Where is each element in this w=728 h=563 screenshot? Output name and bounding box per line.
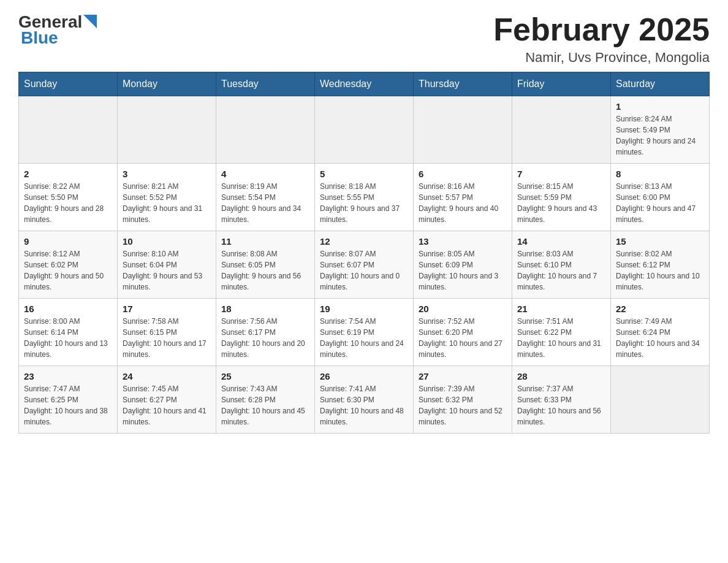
location-subtitle: Namir, Uvs Province, Mongolia	[493, 50, 710, 66]
day-number: 2	[24, 169, 112, 179]
calendar-cell: 4Sunrise: 8:19 AMSunset: 5:54 PMDaylight…	[216, 164, 315, 231]
calendar-cell: 14Sunrise: 8:03 AMSunset: 6:10 PMDayligh…	[512, 231, 611, 299]
calendar-table: SundayMondayTuesdayWednesdayThursdayFrid…	[18, 72, 710, 434]
day-info: Sunrise: 8:16 AMSunset: 5:57 PMDaylight:…	[419, 181, 507, 225]
month-title: February 2025	[493, 12, 710, 47]
calendar-week-row: 9Sunrise: 8:12 AMSunset: 6:02 PMDaylight…	[19, 231, 710, 299]
day-info: Sunrise: 7:52 AMSunset: 6:20 PMDaylight:…	[419, 316, 507, 360]
day-number: 16	[24, 304, 112, 314]
day-number: 23	[24, 371, 112, 381]
day-info: Sunrise: 7:43 AMSunset: 6:28 PMDaylight:…	[221, 383, 309, 427]
calendar-cell: 25Sunrise: 7:43 AMSunset: 6:28 PMDayligh…	[216, 366, 315, 434]
weekday-header-wednesday: Wednesday	[315, 72, 414, 96]
day-number: 12	[320, 236, 408, 247]
weekday-header-friday: Friday	[512, 72, 611, 96]
day-number: 21	[517, 304, 605, 314]
day-number: 17	[123, 304, 211, 314]
calendar-week-row: 1Sunrise: 8:24 AMSunset: 5:49 PMDaylight…	[19, 96, 710, 164]
calendar-cell: 20Sunrise: 7:52 AMSunset: 6:20 PMDayligh…	[414, 299, 512, 366]
day-info: Sunrise: 8:19 AMSunset: 5:54 PMDaylight:…	[221, 181, 309, 225]
logo-arrow-icon	[83, 15, 97, 28]
day-info: Sunrise: 7:39 AMSunset: 6:32 PMDaylight:…	[419, 383, 507, 427]
day-number: 15	[616, 236, 704, 247]
calendar-cell	[611, 366, 710, 434]
day-info: Sunrise: 8:24 AMSunset: 5:49 PMDaylight:…	[616, 113, 704, 158]
calendar-cell: 2Sunrise: 8:22 AMSunset: 5:50 PMDaylight…	[19, 164, 118, 231]
day-number: 19	[320, 304, 408, 314]
day-info: Sunrise: 7:54 AMSunset: 6:19 PMDaylight:…	[320, 316, 408, 360]
calendar-cell: 16Sunrise: 8:00 AMSunset: 6:14 PMDayligh…	[19, 299, 118, 366]
day-number: 9	[24, 236, 112, 247]
calendar-cell: 8Sunrise: 8:13 AMSunset: 6:00 PMDaylight…	[611, 164, 710, 231]
calendar-week-row: 16Sunrise: 8:00 AMSunset: 6:14 PMDayligh…	[19, 299, 710, 366]
day-info: Sunrise: 8:21 AMSunset: 5:52 PMDaylight:…	[123, 181, 211, 225]
logo-blue-text: Blue	[18, 28, 58, 48]
calendar-cell	[414, 96, 512, 164]
day-info: Sunrise: 7:37 AMSunset: 6:33 PMDaylight:…	[517, 383, 605, 427]
day-info: Sunrise: 8:18 AMSunset: 5:55 PMDaylight:…	[320, 181, 408, 225]
day-info: Sunrise: 7:58 AMSunset: 6:15 PMDaylight:…	[123, 316, 211, 360]
calendar-cell	[19, 96, 118, 164]
calendar-cell: 5Sunrise: 8:18 AMSunset: 5:55 PMDaylight…	[315, 164, 414, 231]
day-number: 22	[616, 304, 704, 314]
day-number: 7	[517, 169, 605, 179]
calendar-cell: 18Sunrise: 7:56 AMSunset: 6:17 PMDayligh…	[216, 299, 315, 366]
calendar-cell: 12Sunrise: 8:07 AMSunset: 6:07 PMDayligh…	[315, 231, 414, 299]
day-info: Sunrise: 8:05 AMSunset: 6:09 PMDaylight:…	[419, 248, 507, 293]
calendar-cell: 21Sunrise: 7:51 AMSunset: 6:22 PMDayligh…	[512, 299, 611, 366]
calendar-cell: 22Sunrise: 7:49 AMSunset: 6:24 PMDayligh…	[611, 299, 710, 366]
day-info: Sunrise: 7:41 AMSunset: 6:30 PMDaylight:…	[320, 383, 408, 427]
day-number: 27	[419, 371, 507, 381]
day-number: 26	[320, 371, 408, 381]
day-info: Sunrise: 8:07 AMSunset: 6:07 PMDaylight:…	[320, 248, 408, 293]
logo: General Blue	[18, 12, 97, 48]
day-info: Sunrise: 8:08 AMSunset: 6:05 PMDaylight:…	[221, 248, 309, 293]
day-info: Sunrise: 8:03 AMSunset: 6:10 PMDaylight:…	[517, 248, 605, 293]
calendar-cell	[512, 96, 611, 164]
day-number: 3	[123, 169, 211, 179]
day-number: 5	[320, 169, 408, 179]
day-number: 18	[221, 304, 309, 314]
calendar-week-row: 23Sunrise: 7:47 AMSunset: 6:25 PMDayligh…	[19, 366, 710, 434]
day-info: Sunrise: 8:10 AMSunset: 6:04 PMDaylight:…	[123, 248, 211, 293]
svg-marker-0	[83, 15, 97, 28]
calendar-cell: 17Sunrise: 7:58 AMSunset: 6:15 PMDayligh…	[118, 299, 216, 366]
day-info: Sunrise: 8:13 AMSunset: 6:00 PMDaylight:…	[616, 181, 704, 225]
calendar-cell: 6Sunrise: 8:16 AMSunset: 5:57 PMDaylight…	[414, 164, 512, 231]
day-number: 8	[616, 169, 704, 179]
weekday-header-tuesday: Tuesday	[216, 72, 315, 96]
day-number: 1	[616, 101, 704, 112]
day-number: 6	[419, 169, 507, 179]
page-header: General Blue February 2025 Namir, Uvs Pr…	[18, 12, 710, 66]
day-info: Sunrise: 8:02 AMSunset: 6:12 PMDaylight:…	[616, 248, 704, 293]
calendar-cell	[118, 96, 216, 164]
day-number: 28	[517, 371, 605, 381]
day-number: 11	[221, 236, 309, 247]
calendar-cell: 11Sunrise: 8:08 AMSunset: 6:05 PMDayligh…	[216, 231, 315, 299]
day-info: Sunrise: 8:12 AMSunset: 6:02 PMDaylight:…	[24, 248, 112, 293]
weekday-header-monday: Monday	[118, 72, 216, 96]
day-number: 4	[221, 169, 309, 179]
calendar-cell: 15Sunrise: 8:02 AMSunset: 6:12 PMDayligh…	[611, 231, 710, 299]
calendar-cell: 13Sunrise: 8:05 AMSunset: 6:09 PMDayligh…	[414, 231, 512, 299]
day-info: Sunrise: 7:47 AMSunset: 6:25 PMDaylight:…	[24, 383, 112, 427]
calendar-cell: 26Sunrise: 7:41 AMSunset: 6:30 PMDayligh…	[315, 366, 414, 434]
calendar-cell: 7Sunrise: 8:15 AMSunset: 5:59 PMDaylight…	[512, 164, 611, 231]
day-info: Sunrise: 8:00 AMSunset: 6:14 PMDaylight:…	[24, 316, 112, 360]
day-number: 24	[123, 371, 211, 381]
weekday-header-sunday: Sunday	[19, 72, 118, 96]
day-info: Sunrise: 7:51 AMSunset: 6:22 PMDaylight:…	[517, 316, 605, 360]
day-info: Sunrise: 7:49 AMSunset: 6:24 PMDaylight:…	[616, 316, 704, 360]
calendar-cell: 28Sunrise: 7:37 AMSunset: 6:33 PMDayligh…	[512, 366, 611, 434]
calendar-cell: 1Sunrise: 8:24 AMSunset: 5:49 PMDaylight…	[611, 96, 710, 164]
calendar-cell	[216, 96, 315, 164]
day-info: Sunrise: 8:15 AMSunset: 5:59 PMDaylight:…	[517, 181, 605, 225]
calendar-cell: 10Sunrise: 8:10 AMSunset: 6:04 PMDayligh…	[118, 231, 216, 299]
day-info: Sunrise: 7:45 AMSunset: 6:27 PMDaylight:…	[123, 383, 211, 427]
calendar-week-row: 2Sunrise: 8:22 AMSunset: 5:50 PMDaylight…	[19, 164, 710, 231]
day-number: 20	[419, 304, 507, 314]
day-number: 14	[517, 236, 605, 247]
calendar-cell: 9Sunrise: 8:12 AMSunset: 6:02 PMDaylight…	[19, 231, 118, 299]
day-number: 13	[419, 236, 507, 247]
weekday-header-row: SundayMondayTuesdayWednesdayThursdayFrid…	[19, 72, 710, 96]
